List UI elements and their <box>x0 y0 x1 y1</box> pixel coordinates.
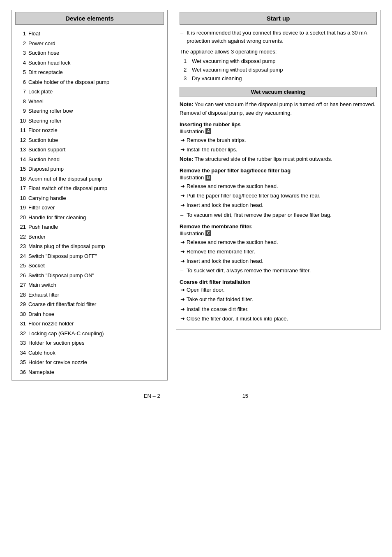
illustration-label: Illustration <box>180 128 204 135</box>
item-label: Steering roller <box>28 117 62 125</box>
item-number: 13 <box>17 146 26 154</box>
arrow-symbol: ➜ <box>180 248 185 256</box>
device-list-item: 4Suction head lock <box>15 58 164 68</box>
device-list-item: 23Mains plug of the disposal pump <box>15 241 164 251</box>
item-label: Disposal pump <box>28 165 64 173</box>
arrow-item: ➜ Remove the membrane filter. <box>180 248 377 256</box>
section-note: Note: The structured side of the rubber … <box>180 155 377 163</box>
item-number: 31 <box>17 320 26 328</box>
device-list-item: 6Cable holder of the disposal pump <box>15 77 164 87</box>
arrow-symbol: ➜ <box>180 286 185 294</box>
mode-item: 2Wet vacuuming without disposal pump <box>184 66 377 74</box>
item-label: Filter cover <box>28 204 55 212</box>
arrow-symbol: ➜ <box>180 201 185 209</box>
startup-dash-text: It is recommended that you connect this … <box>187 29 377 45</box>
device-list-item: 2Power cord <box>15 39 164 49</box>
device-list-item: 20Handle for filter cleaning <box>15 213 164 223</box>
item-number: 26 <box>17 272 26 280</box>
note-bold: Note: <box>180 156 193 162</box>
item-label: Handle for filter cleaning <box>28 214 86 222</box>
page-footer: EN – 2 15 <box>12 393 380 399</box>
device-list-item: 19Filter cover <box>15 203 164 213</box>
startup-header: Start up <box>180 12 377 25</box>
device-list-item: 11Floor nozzle <box>15 125 164 135</box>
modes-list: 1Wet vacuuming with disposal pump2Wet va… <box>180 57 377 83</box>
arrow-item: ➜ Open filter door. <box>180 286 377 294</box>
item-label: Suction hose <box>28 49 59 57</box>
item-number: 34 <box>17 349 26 357</box>
item-number: 6 <box>17 78 26 86</box>
item-label: Holder for suction pipes <box>28 339 85 347</box>
note-text-1: You can wet vacuum if the disposal pump … <box>180 101 376 116</box>
dash-item: – To vacuum wet dirt, first remove the p… <box>180 211 377 219</box>
item-number: 23 <box>17 242 26 251</box>
arrow-item: ➜ Pull the paper filter bag/fleece filte… <box>180 192 377 200</box>
illustration-label: Illustration <box>180 174 204 181</box>
arrow-item: ➜ Take out the flat folded filter. <box>180 295 377 304</box>
page-num: 15 <box>242 393 248 399</box>
item-number: 18 <box>17 194 26 202</box>
item-label: Drain hose <box>28 310 54 318</box>
item-label: Suction head <box>28 155 60 164</box>
note-label-1: Note: <box>180 101 193 107</box>
item-label: Dirt receptacle <box>28 68 63 77</box>
item-number: 27 <box>17 281 26 289</box>
item-label: Carrying handle <box>28 194 66 202</box>
item-label: Nameplate <box>28 368 54 376</box>
item-number: 36 <box>17 368 26 376</box>
device-list-item: 36Nameplate <box>15 367 164 377</box>
section-heading: Coarse dirt filter installation <box>180 279 377 285</box>
mode-item: 3Dry vacuum cleaning <box>184 74 377 83</box>
item-number: 29 <box>17 300 26 309</box>
device-list-item: 17Float switch of the disposal pump <box>15 183 164 193</box>
arrow-text: Install the rubber lips. <box>187 146 238 154</box>
device-list-item: 28Exhaust filter <box>15 290 164 300</box>
wet-vacuum-sections: Inserting the rubber lips Illustration A… <box>180 121 377 323</box>
arrow-item: ➜ Release and remove the suction head. <box>180 238 377 246</box>
arrow-symbol: ➜ <box>180 305 185 313</box>
page-ref: EN – 2 <box>144 393 160 399</box>
item-label: Suction head lock <box>28 59 71 67</box>
device-list-item: 30Drain hose <box>15 309 164 319</box>
dash-text: To suck wet dirt, always remove the memb… <box>187 267 311 275</box>
wet-vacuum-header: Wet vacuum cleaning <box>180 87 377 97</box>
item-label: Locking cap (GEKA-C coupling) <box>28 330 104 338</box>
item-label: Steering roller bow <box>28 107 73 115</box>
item-number: 25 <box>17 262 26 270</box>
illustration-box: A <box>205 128 211 134</box>
item-number: 8 <box>17 97 26 106</box>
note-text: The structured side of the rubber lips m… <box>193 156 332 162</box>
device-list-item: 8Wheel <box>15 97 164 107</box>
device-list-item: 14Suction head <box>15 155 164 165</box>
arrow-item: ➜ Insert and lock the suction head. <box>180 201 377 209</box>
startup-intro: – It is recommended that you connect thi… <box>180 29 377 45</box>
device-list-item: 13Suction support <box>15 145 164 155</box>
arrow-symbol: ➜ <box>180 238 185 246</box>
item-number: 30 <box>17 310 26 318</box>
device-list-item: 9Steering roller bow <box>15 106 164 116</box>
device-list-item: 12Suction tube <box>15 135 164 145</box>
item-number: 20 <box>17 214 26 222</box>
device-list-item: 22Bender <box>15 232 164 242</box>
item-label: Socket <box>28 262 45 270</box>
device-list-item: 15Disposal pump <box>15 164 164 174</box>
startup-modes: The appliance allows 3 operating modes: … <box>180 48 377 83</box>
item-number: 22 <box>17 233 26 241</box>
device-list-item: 26Switch "Disposal pump ON" <box>15 271 164 281</box>
mode-label: Wet vacuuming without disposal pump <box>192 66 283 74</box>
dash-item: – To suck wet dirt, always remove the me… <box>180 267 377 275</box>
dash-text: To vacuum wet dirt, first remove the pap… <box>187 211 332 219</box>
mode-number: 2 <box>184 66 189 74</box>
arrow-symbol: ➜ <box>180 257 185 265</box>
arrow-text: Pull the paper filter bag/fleece filter … <box>187 192 321 200</box>
item-label: Bender <box>28 233 46 241</box>
wet-vacuum-section: Remove the membrane filter. Illustration… <box>180 223 377 275</box>
arrow-item: ➜ Release and remove the suction head. <box>180 182 377 190</box>
arrow-text: Insert and lock the suction head. <box>187 201 263 209</box>
mode-number: 1 <box>184 57 189 66</box>
device-list-item: 24Switch "Disposal pump OFF" <box>15 251 164 261</box>
item-label: Cable holder of the disposal pump <box>28 78 109 86</box>
device-list-item: 1Float <box>15 29 164 39</box>
device-list-item: 21Push handle <box>15 222 164 232</box>
item-number: 15 <box>17 165 26 173</box>
